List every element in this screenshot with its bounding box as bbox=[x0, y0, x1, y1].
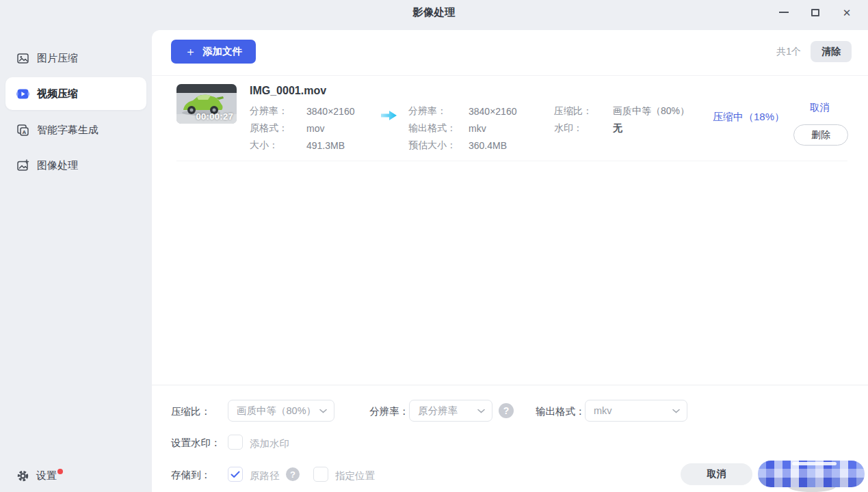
svg-text:A: A bbox=[23, 129, 27, 135]
output-resolution-value: 3840×2160 bbox=[469, 106, 516, 117]
titlebar: 影像处理 ✕ bbox=[0, 0, 868, 25]
sidebar-item-subtitle-generate[interactable]: A 智能字幕生成 bbox=[5, 113, 146, 146]
file-row: 00:00:27 IMG_0001.mov 分辨率： 3840×2160 原格式… bbox=[176, 84, 865, 163]
file-count: 共1个 bbox=[776, 46, 801, 58]
original-path-checkbox-label[interactable]: 原路径 bbox=[250, 469, 280, 482]
resolution-dropdown[interactable]: 原分辨率 bbox=[409, 400, 492, 422]
output-format-row: 输出格式： mkv bbox=[408, 120, 516, 137]
source-size-value: 491.3MB bbox=[306, 140, 345, 151]
sidebar-item-label: 图像处理 bbox=[37, 159, 78, 172]
add-file-label: 添加文件 bbox=[202, 45, 242, 58]
sidebar-item-video-compress[interactable]: 视频压缩 bbox=[5, 77, 146, 110]
image-process-icon bbox=[16, 159, 29, 172]
output-size-row: 预估大小： 360.4MB bbox=[408, 137, 516, 154]
chevron-down-icon bbox=[319, 409, 327, 413]
source-format-row: 原格式： mov bbox=[250, 120, 354, 137]
source-resolution-label: 分辨率： bbox=[250, 105, 306, 118]
row-cancel-link[interactable]: 取消 bbox=[810, 101, 830, 114]
notification-dot bbox=[57, 469, 63, 474]
settings-label: 设置 bbox=[36, 469, 57, 482]
watermark-row: 水印： 无 bbox=[554, 120, 689, 137]
output-size-label: 预估大小： bbox=[408, 139, 469, 152]
original-path-checkbox[interactable] bbox=[228, 467, 243, 482]
video-duration: 00:00:27 bbox=[196, 111, 233, 122]
sidebar-item-label: 智能字幕生成 bbox=[37, 124, 98, 137]
panel-watermark-label: 设置水印： bbox=[171, 437, 221, 450]
window-controls: ✕ bbox=[768, 0, 863, 25]
add-file-button[interactable]: ＋ 添加文件 bbox=[171, 40, 256, 64]
video-compress-icon bbox=[16, 87, 29, 100]
plus-icon: ＋ bbox=[185, 46, 196, 57]
close-icon: ✕ bbox=[843, 8, 852, 18]
file-toolbar: ＋ 添加文件 共1个 清除 bbox=[171, 40, 852, 64]
ratio-dropdown-value: 画质中等（80%） bbox=[237, 405, 317, 418]
resolution-help-icon[interactable]: ? bbox=[499, 403, 514, 418]
source-format-value: mov bbox=[306, 123, 324, 134]
gear-icon bbox=[16, 469, 29, 482]
chevron-down-icon bbox=[477, 409, 485, 413]
check-icon bbox=[231, 471, 240, 478]
sidebar-item-label: 视频压缩 bbox=[37, 87, 78, 100]
source-size-label: 大小： bbox=[250, 139, 306, 152]
output-format-dropdown-value: mkv bbox=[594, 405, 670, 416]
source-size-row: 大小： 491.3MB bbox=[250, 137, 354, 154]
panel-save-label: 存储到： bbox=[171, 469, 211, 482]
conversion-arrow-icon bbox=[380, 109, 398, 125]
ratio-label: 压缩比： bbox=[554, 105, 613, 118]
watermark-label: 水印： bbox=[554, 122, 613, 135]
custom-location-checkbox[interactable] bbox=[313, 467, 328, 482]
source-resolution-value: 3840×2160 bbox=[306, 106, 354, 117]
close-button[interactable]: ✕ bbox=[831, 0, 863, 25]
add-watermark-checkbox-label[interactable]: 添加水印 bbox=[250, 437, 289, 450]
primary-action-button-censored[interactable] bbox=[758, 461, 865, 487]
output-info-column: 分辨率： 3840×2160 输出格式： mkv 预估大小： 360.4MB bbox=[408, 102, 516, 154]
ratio-value: 画质中等（80%） bbox=[613, 105, 689, 118]
panel-ratio-label: 压缩比： bbox=[171, 405, 211, 418]
delete-button[interactable]: 删除 bbox=[793, 124, 848, 146]
source-info-column: 分辨率： 3840×2160 原格式： mov 大小： 491.3MB bbox=[250, 102, 354, 154]
panel-format-label: 输出格式： bbox=[536, 405, 586, 418]
sidebar-item-label: 图片压缩 bbox=[37, 52, 78, 65]
video-thumbnail[interactable]: 00:00:27 bbox=[176, 84, 237, 124]
sidebar: 图片压缩 视频压缩 A 智能字幕生成 图像处理 设置 bbox=[0, 25, 152, 492]
minimize-icon bbox=[779, 12, 789, 13]
panel-resolution-label: 分辨率： bbox=[369, 405, 409, 418]
source-format-label: 原格式： bbox=[250, 122, 306, 135]
sidebar-item-settings[interactable]: 设置 bbox=[16, 469, 62, 482]
original-path-help-icon[interactable]: ? bbox=[286, 467, 300, 481]
toolbar-divider bbox=[152, 75, 868, 76]
file-name: IMG_0001.mov bbox=[250, 85, 326, 97]
subtitle-generate-icon: A bbox=[16, 124, 29, 137]
maximize-button[interactable] bbox=[800, 0, 831, 25]
source-resolution-row: 分辨率： 3840×2160 bbox=[250, 102, 354, 120]
output-resolution-label: 分辨率： bbox=[408, 105, 469, 118]
maximize-icon bbox=[811, 9, 819, 16]
custom-location-checkbox-label[interactable]: 指定位置 bbox=[335, 469, 375, 482]
main-panel: ＋ 添加文件 共1个 清除 00:00:27 IMG_0001.mov bbox=[152, 30, 868, 492]
clear-button[interactable]: 清除 bbox=[811, 41, 852, 62]
image-compress-icon bbox=[16, 52, 29, 65]
output-format-label: 输出格式： bbox=[408, 122, 469, 135]
output-format-value: mkv bbox=[469, 123, 486, 134]
output-format-dropdown[interactable]: mkv bbox=[585, 400, 687, 422]
sidebar-item-image-compress[interactable]: 图片压缩 bbox=[5, 42, 146, 74]
ratio-row: 压缩比： 画质中等（80%） bbox=[554, 102, 689, 120]
ratio-dropdown[interactable]: 画质中等（80%） bbox=[228, 400, 334, 422]
output-resolution-row: 分辨率： 3840×2160 bbox=[408, 102, 516, 120]
sidebar-item-image-process[interactable]: 图像处理 bbox=[5, 149, 146, 182]
options-info-column: 压缩比： 画质中等（80%） 水印： 无 bbox=[554, 102, 689, 137]
minimize-button[interactable] bbox=[768, 0, 800, 25]
watermark-value: 无 bbox=[613, 122, 622, 135]
window-title: 影像处理 bbox=[0, 0, 868, 25]
panel-cancel-button[interactable]: 取消 bbox=[681, 463, 752, 485]
compression-status: 压缩中（18%） bbox=[713, 111, 785, 124]
output-size-value: 360.4MB bbox=[469, 140, 507, 151]
add-watermark-checkbox[interactable] bbox=[228, 435, 243, 450]
file-row-divider bbox=[176, 161, 847, 161]
resolution-dropdown-value: 原分辨率 bbox=[418, 405, 475, 418]
chevron-down-icon bbox=[672, 409, 680, 413]
settings-panel-divider bbox=[152, 385, 868, 385]
